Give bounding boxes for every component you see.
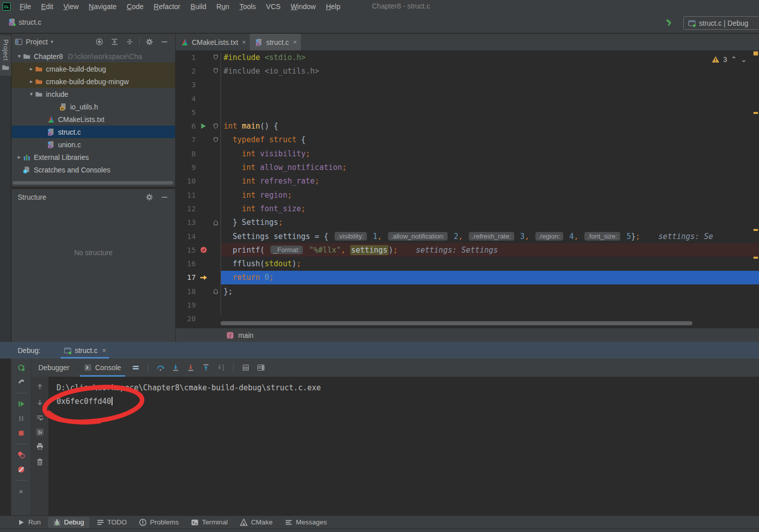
code-text[interactable]: int region; (221, 188, 759, 202)
tool-window-button-messages[interactable]: Messages (280, 517, 332, 528)
breadcrumb-function-label[interactable]: main (238, 331, 253, 339)
breakpoint-icon[interactable] (196, 246, 211, 254)
code-text[interactable]: printf( _Format: "%#llx", settings);sett… (221, 243, 759, 257)
menu-vcs[interactable]: VCS (261, 3, 286, 11)
tool-window-button-run[interactable]: Run (12, 517, 46, 528)
stop-icon[interactable] (17, 429, 25, 437)
tree-item-union-c[interactable]: cunion.c (12, 138, 175, 151)
close-icon[interactable]: × (102, 346, 106, 354)
code-text[interactable]: Settings settings = { .visibility: 1, .a… (221, 229, 759, 243)
code-editor[interactable]: 1#include <stdio.h>2#include <io_utils.h… (176, 50, 759, 328)
code-line-13[interactable]: 13 } Settings; (176, 216, 759, 229)
chevron-right-icon[interactable]: ▸ (16, 154, 23, 160)
resume-icon[interactable] (17, 400, 25, 408)
menu-edit[interactable]: Edit (36, 3, 59, 11)
menu-run[interactable]: Run (211, 3, 235, 11)
menu-view[interactable]: View (59, 3, 84, 11)
code-text[interactable]: #include <io_utils.h> (221, 64, 759, 78)
code-text[interactable]: fflush(stdout); (221, 257, 759, 270)
menu-help[interactable]: Help (321, 3, 346, 11)
soft-wrap-icon[interactable] (36, 414, 44, 422)
editor-tab-cmakelists-txt[interactable]: CMakeLists.txt× (176, 34, 250, 50)
more-chevrons-icon[interactable]: » (17, 487, 25, 495)
code-line-2[interactable]: 2#include <io_utils.h> (176, 64, 759, 78)
code-line-15[interactable]: 15 printf( _Format: "%#llx", settings);s… (176, 243, 759, 257)
code-text[interactable] (221, 298, 759, 312)
error-stripe[interactable] (752, 50, 759, 328)
code-line-19[interactable]: 19 (176, 298, 759, 312)
code-text[interactable] (221, 92, 759, 105)
rerun-icon[interactable] (17, 364, 25, 372)
tree-item-cmakelists-txt[interactable]: CMakeLists.txt (12, 113, 175, 126)
code-text[interactable]: #include <stdio.h> (221, 50, 759, 64)
tree-item-cmake-build-debug[interactable]: ▸cmake-build-debug (12, 63, 175, 75)
scroll-to-end-icon[interactable] (36, 428, 44, 436)
pause-icon[interactable] (17, 415, 25, 423)
arrow-down-icon[interactable] (36, 398, 44, 406)
editor-horizontal-scrollbar[interactable] (221, 321, 692, 325)
tool-window-button-terminal[interactable]: Terminal (186, 517, 233, 528)
menu-tools[interactable]: Tools (234, 3, 261, 11)
chevron-down-icon[interactable]: ▾ (51, 39, 53, 44)
fold-marker-icon[interactable] (211, 288, 221, 294)
run-configuration-select[interactable]: struct.c | Debug (683, 16, 759, 30)
menu-file[interactable]: File (15, 3, 36, 11)
code-text[interactable]: int refresh_rate; (221, 174, 759, 188)
view-breakpoints-icon[interactable] (17, 451, 25, 459)
code-line-9[interactable]: 9 int allow_notification; (176, 160, 759, 174)
gear-icon[interactable] (145, 193, 153, 201)
step-over-icon[interactable] (156, 364, 165, 372)
fold-marker-icon[interactable] (211, 68, 221, 74)
print-icon[interactable] (36, 442, 44, 450)
tool-window-button-debug[interactable]: Debug (48, 517, 89, 528)
code-text[interactable]: int visibility; (221, 147, 759, 160)
menu-refactor[interactable]: Refactor (149, 3, 186, 11)
gear-icon[interactable] (145, 38, 153, 46)
code-text[interactable]: } Settings; (221, 216, 759, 229)
debug-view-tab-console[interactable]: Console (77, 359, 128, 377)
warning-stripe-mark[interactable] (753, 112, 758, 114)
tree-item-cmake-build-debug-mingw[interactable]: ▸cmake-build-debug-mingw (12, 75, 175, 88)
code-line-18[interactable]: 18}; (176, 284, 759, 298)
tree-item-chapter8[interactable]: ▾Chapter8D:\clion\workspace\Cha (12, 50, 175, 63)
chevron-down-icon[interactable]: ▾ (16, 53, 23, 60)
close-icon[interactable]: × (242, 38, 246, 46)
debug-view-tab-debugger[interactable]: Debugger (31, 359, 77, 377)
step-out-icon[interactable] (202, 364, 210, 372)
debug-session-tab[interactable]: struct.c × (61, 342, 109, 359)
code-text[interactable]: int main() { (221, 119, 759, 133)
evaluate-icon[interactable] (242, 364, 250, 372)
code-line-10[interactable]: 10 int refresh_rate; (176, 174, 759, 188)
console-line-1[interactable]: D:\clion\workspace\Chapter8\cmake-build-… (57, 381, 759, 394)
fold-marker-icon[interactable] (211, 54, 221, 60)
chevron-down-icon[interactable]: ▾ (28, 91, 35, 97)
code-line-7[interactable]: 7 typedef struct { (176, 133, 759, 147)
code-line-4[interactable]: 4 (176, 92, 759, 105)
code-line-8[interactable]: 8 int visibility; (176, 147, 759, 160)
code-line-11[interactable]: 11 int region; (176, 188, 759, 202)
menu-code[interactable]: Code (122, 3, 148, 11)
code-text[interactable]: }; (221, 284, 759, 298)
close-icon[interactable]: × (293, 38, 297, 46)
force-step-into-icon[interactable] (187, 364, 195, 372)
arrow-up-icon[interactable] (36, 383, 44, 391)
minimize-icon[interactable] (160, 38, 169, 46)
collapse-all-icon[interactable] (126, 38, 134, 46)
tool-window-button-problems[interactable]: Problems (134, 517, 184, 528)
fold-marker-icon[interactable] (211, 137, 221, 143)
tree-item-scratches-and-consoles[interactable]: Scratches and Consoles (12, 163, 175, 176)
tree-item-io-utils-h[interactable]: Hio_utils.h (12, 100, 175, 113)
warning-stripe-mark[interactable] (753, 257, 758, 259)
fold-marker-icon[interactable] (211, 124, 221, 129)
code-line-6[interactable]: 6int main() { (176, 119, 759, 133)
tree-item-external-libraries[interactable]: ▸External Libraries (12, 151, 175, 163)
code-line-14[interactable]: 14 Settings settings = { .visibility: 1,… (176, 229, 759, 243)
clear-all-icon[interactable] (36, 458, 44, 466)
code-line-5[interactable]: 5 (176, 105, 759, 119)
execution-pointer-icon[interactable] (196, 274, 211, 281)
fold-marker-icon[interactable] (211, 220, 221, 225)
menu-window[interactable]: Window (286, 3, 321, 11)
code-text[interactable]: typedef struct { (221, 133, 759, 147)
code-line-16[interactable]: 16 fflush(stdout); (176, 257, 759, 270)
build-hammer-icon[interactable] (665, 19, 673, 27)
